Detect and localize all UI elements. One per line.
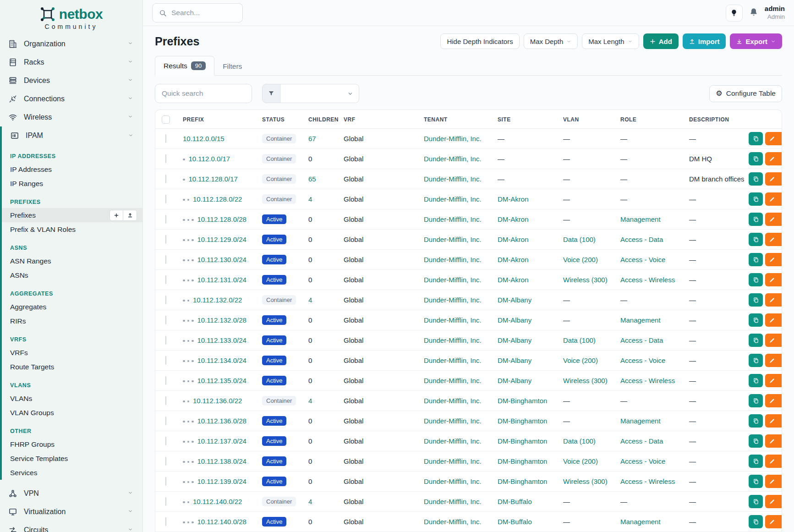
row-checkbox[interactable] xyxy=(165,296,166,304)
sidebar-item-vpn[interactable]: VPN xyxy=(0,484,142,503)
tenant-link[interactable]: Dunder-Mifflin, Inc. xyxy=(424,236,482,243)
role-link[interactable]: Access - Voice xyxy=(620,457,665,465)
column-header-status[interactable]: STATUS xyxy=(257,110,304,129)
prefix-link[interactable]: 10.112.140.0/22 xyxy=(193,498,242,505)
sidebar-item-aggregates[interactable]: Aggregates xyxy=(2,300,142,314)
search-input[interactable] xyxy=(171,9,236,17)
prefix-link[interactable]: 10.112.132.0/28 xyxy=(197,316,246,324)
edit-split-button[interactable] xyxy=(765,515,782,528)
chevron-down-icon[interactable] xyxy=(779,399,782,403)
role-link[interactable]: Access - Data xyxy=(620,236,663,243)
role-link[interactable]: Access - Data xyxy=(620,437,663,445)
row-checkbox[interactable] xyxy=(165,457,166,466)
clone-button[interactable] xyxy=(749,495,763,508)
role-link[interactable]: Access - Wireless xyxy=(620,377,675,384)
row-checkbox[interactable] xyxy=(165,376,166,385)
edit-split-button[interactable] xyxy=(765,434,782,448)
prefix-link[interactable]: 10.112.128.0/22 xyxy=(193,195,242,203)
tab-results[interactable]: Results 90 xyxy=(155,56,214,76)
edit-split-button[interactable] xyxy=(765,293,782,307)
chevron-down-icon[interactable] xyxy=(779,258,782,262)
edit-split-button[interactable] xyxy=(765,152,782,165)
sidebar-item-fhrp-groups[interactable]: FHRP Groups xyxy=(2,437,142,451)
prefix-link[interactable]: 10.112.133.0/24 xyxy=(197,336,246,344)
chevron-down-icon[interactable] xyxy=(779,137,782,141)
row-checkbox[interactable] xyxy=(165,134,166,143)
role-link[interactable]: Access - Voice xyxy=(620,256,665,263)
chevron-down-icon[interactable] xyxy=(779,278,782,282)
column-header-prefix[interactable]: PREFIX xyxy=(178,110,257,129)
sidebar-item-ip-addresses[interactable]: IP Addresses xyxy=(2,162,142,176)
clone-button[interactable] xyxy=(749,132,763,145)
sidebar-item-asns[interactable]: ASNs xyxy=(2,268,142,282)
role-link[interactable]: Management xyxy=(620,417,661,425)
row-checkbox[interactable] xyxy=(165,235,166,244)
column-header-site[interactable]: SITE xyxy=(493,110,559,129)
edit-split-button[interactable] xyxy=(765,475,782,488)
tenant-link[interactable]: Dunder-Mifflin, Inc. xyxy=(424,397,482,405)
site-link[interactable]: DM-Binghamton xyxy=(498,457,547,465)
clone-button[interactable] xyxy=(749,475,763,488)
site-link[interactable]: DM-Albany xyxy=(498,356,531,364)
prefix-link[interactable]: 10.112.136.0/28 xyxy=(197,417,246,425)
prefix-link[interactable]: 10.112.130.0/24 xyxy=(197,256,246,263)
prefix-link[interactable]: 10.112.137.0/24 xyxy=(197,437,246,445)
tenant-link[interactable]: Dunder-Mifflin, Inc. xyxy=(424,356,482,364)
add-button[interactable]: Add xyxy=(643,33,679,49)
clone-button[interactable] xyxy=(749,152,763,165)
clone-button[interactable] xyxy=(749,354,763,367)
row-checkbox[interactable] xyxy=(165,336,166,345)
children-count-link[interactable]: 4 xyxy=(308,397,312,405)
prefix-link[interactable]: 10.112.139.0/24 xyxy=(197,477,246,485)
add-prefix-quick-button[interactable] xyxy=(110,210,123,221)
role-link[interactable]: Access - Data xyxy=(620,336,663,344)
prefix-link[interactable]: 10.112.0.0/15 xyxy=(183,135,225,143)
select-all-checkbox[interactable] xyxy=(162,115,170,124)
tenant-link[interactable]: Dunder-Mifflin, Inc. xyxy=(424,437,482,445)
tenant-link[interactable]: Dunder-Mifflin, Inc. xyxy=(424,336,482,344)
children-count-link[interactable]: 67 xyxy=(308,135,316,143)
clone-button[interactable] xyxy=(749,213,763,226)
row-checkbox[interactable] xyxy=(165,417,166,425)
user-menu[interactable]: admin Admin xyxy=(765,5,785,21)
tenant-link[interactable]: Dunder-Mifflin, Inc. xyxy=(424,135,482,143)
vlan-link[interactable]: Data (100) xyxy=(563,236,596,243)
site-link[interactable]: DM-Binghamton xyxy=(498,437,547,445)
prefix-link[interactable]: 10.112.129.0/24 xyxy=(197,236,246,243)
chevron-down-icon[interactable] xyxy=(779,499,782,504)
sidebar-item-asn-ranges[interactable]: ASN Ranges xyxy=(2,254,142,268)
edit-split-button[interactable] xyxy=(765,213,782,226)
sidebar-item-vrfs[interactable]: VRFs xyxy=(2,346,142,360)
edit-split-button[interactable] xyxy=(765,132,782,145)
tenant-link[interactable]: Dunder-Mifflin, Inc. xyxy=(424,195,482,203)
role-link[interactable]: Access - Voice xyxy=(620,356,665,364)
clone-button[interactable] xyxy=(749,394,763,407)
role-link[interactable]: Access - Wireless xyxy=(620,477,675,485)
edit-split-button[interactable] xyxy=(765,414,782,428)
chevron-down-icon[interactable] xyxy=(779,520,782,524)
row-checkbox[interactable] xyxy=(165,356,166,365)
clone-button[interactable] xyxy=(749,233,763,246)
clone-button[interactable] xyxy=(749,515,763,528)
tenant-link[interactable]: Dunder-Mifflin, Inc. xyxy=(424,477,482,485)
vlan-link[interactable]: Wireless (300) xyxy=(563,477,608,485)
sidebar-item-route-targets[interactable]: Route Targets xyxy=(2,360,142,374)
clone-button[interactable] xyxy=(749,273,763,286)
prefix-link[interactable]: 10.112.138.0/24 xyxy=(197,457,246,465)
sidebar-item-ipam[interactable]: IPAM xyxy=(2,126,142,145)
chevron-down-icon[interactable] xyxy=(779,479,782,484)
sidebar-item-vlans[interactable]: VLANs xyxy=(2,391,142,406)
tenant-link[interactable]: Dunder-Mifflin, Inc. xyxy=(424,276,482,284)
sidebar-item-service-templates[interactable]: Service Templates xyxy=(2,451,142,466)
chevron-down-icon[interactable] xyxy=(779,338,782,343)
sidebar-item-rirs[interactable]: RIRs xyxy=(2,314,142,328)
site-link[interactable]: DM-Buffalo xyxy=(498,498,532,505)
import-button[interactable]: Import xyxy=(683,33,726,49)
site-link[interactable]: DM-Albany xyxy=(498,336,531,344)
row-checkbox[interactable] xyxy=(165,195,166,203)
site-link[interactable]: DM-Akron xyxy=(498,195,529,203)
prefix-link[interactable]: 10.112.128.0/28 xyxy=(197,215,246,223)
clone-button[interactable] xyxy=(749,334,763,347)
sidebar-item-prefix-vlan-roles[interactable]: Prefix & VLAN Roles xyxy=(2,222,142,236)
tenant-link[interactable]: Dunder-Mifflin, Inc. xyxy=(424,296,482,304)
